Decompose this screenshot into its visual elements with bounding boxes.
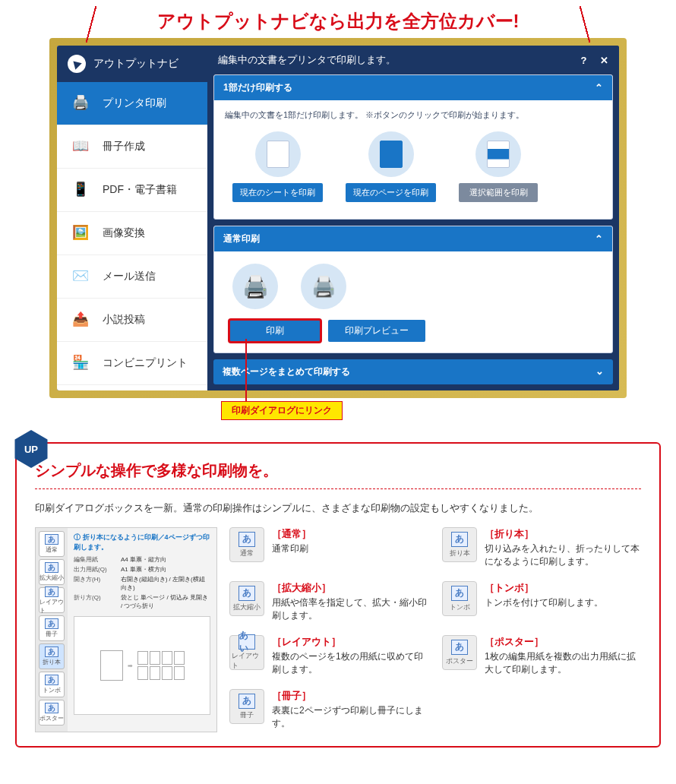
mail-icon: ✉️ — [69, 267, 92, 286]
sidebar-item-label: コンビニプリント — [103, 356, 188, 370]
sidebar-item-label: 冊子作成 — [103, 140, 145, 153]
callout-label: 印刷ダイアログにリンク — [221, 401, 343, 420]
feature-desc: 複数のページを1枚の用紙に収めて印刷します。 — [272, 650, 428, 676]
dialog-tab: あ折り本 — [39, 643, 65, 669]
sidebar-item-pdf[interactable]: 📱 PDF・電子書籍 — [57, 169, 207, 212]
feature-title: ［冊子］ — [272, 689, 428, 703]
print-button[interactable]: 印刷 — [229, 320, 321, 342]
feature-title: ［ポスター］ — [485, 635, 641, 649]
navi-window: アウトプットナビ 🖨️ プリンタ印刷 📖 冊子作成 📱 PDF・電子書籍 🖼️ … — [49, 38, 627, 398]
divider — [35, 488, 641, 489]
decorative-slash-right — [570, 6, 600, 43]
decorative-slash-left — [76, 6, 106, 43]
feature-icon: あトンボ — [442, 581, 477, 616]
dialog-header: 折り本になるように印刷／4ページずつ印刷します。 — [74, 533, 210, 551]
feature-title: ［拡大縮小］ — [272, 581, 428, 595]
info-title: シンプルな操作で多様な印刷物を。 — [35, 460, 641, 481]
sidebar-item-label: プリンタ印刷 — [103, 96, 166, 110]
feature-desc: 1枚の編集用紙を複数の出力用紙に拡大して印刷します。 — [485, 650, 641, 676]
feature-desc: 表裏に2ページずつ印刷し冊子にします。 — [272, 704, 428, 730]
info-desc: 印刷ダイアログボックスを一新。通常の印刷操作はシンプルに、さまざまな印刷物の設定… — [35, 501, 641, 515]
sidebar-item-label: PDF・電子書籍 — [103, 183, 177, 197]
print-selection[interactable]: 選択範囲を印刷 — [459, 131, 538, 202]
preview-thumb-icon — [301, 264, 346, 309]
dialog-tab: あ冊子 — [39, 615, 65, 641]
pdf-icon: 📱 — [69, 181, 92, 199]
sidebar-item-image[interactable]: 🖼️ 画像変換 — [57, 212, 207, 255]
sidebar-item-label: メール送信 — [103, 270, 156, 283]
dialog-tab: あポスター — [39, 700, 65, 726]
feature-icon: あ冊子 — [229, 689, 264, 724]
print-dialog-screenshot: あ通常あ拡大縮小あレイアウトあ冊子あ折り本あトンボあポスター ⓘ 折り本になるよ… — [35, 527, 217, 732]
sidebar-item-novel[interactable]: 📤 小説投稿 — [57, 299, 207, 342]
card-head[interactable]: 通常印刷 ⌃ — [214, 226, 612, 251]
print-selection-label: 選択範囲を印刷 — [459, 183, 538, 202]
help-icon[interactable]: ? — [580, 55, 586, 66]
sidebar-item-mail[interactable]: ✉️ メール送信 — [57, 255, 207, 299]
dialog-tab: あトンボ — [39, 672, 65, 697]
sidebar-title: アウトプットナビ — [93, 57, 178, 71]
page-icon — [368, 131, 414, 177]
print-current-page[interactable]: 現在のページを印刷 — [346, 131, 436, 202]
chevron-up-icon: ⌃ — [595, 233, 603, 245]
upload-icon: 📤 — [69, 311, 92, 329]
image-icon: 🖼️ — [69, 224, 92, 242]
feature-title: ［レイアウト］ — [272, 635, 428, 649]
sidebar: アウトプットナビ 🖨️ プリンタ印刷 📖 冊子作成 📱 PDF・電子書籍 🖼️ … — [57, 46, 207, 390]
print-current-page-label: 現在のページを印刷 — [346, 183, 436, 202]
close-icon[interactable]: ✕ — [600, 55, 608, 66]
card-desc: 編集中の文書を1部だけ印刷します。 ※ボタンのクリックで印刷が始まります。 — [225, 109, 602, 121]
info-box: UP シンプルな操作で多様な印刷物を。 印刷ダイアログボックスを一新。通常の印刷… — [15, 442, 661, 748]
card-print-one: 1部だけ印刷する ⌃ 編集中の文書を1部だけ印刷します。 ※ボタンのクリックで印… — [213, 74, 613, 220]
feature-icon: あ折り本 — [442, 527, 477, 562]
dialog-tab: あ通常 — [39, 531, 65, 557]
main-header-title: 編集中の文書をプリンタで印刷します。 — [218, 53, 396, 67]
feature-item: あ拡大縮小［拡大縮小］用紙や倍率を指定して、拡大・縮小印刷します。 — [229, 581, 428, 624]
compass-icon — [68, 55, 86, 73]
sidebar-item-booklet[interactable]: 📖 冊子作成 — [57, 125, 207, 169]
feature-desc: 切り込みを入れたり、折ったりして本になるように印刷します。 — [485, 542, 641, 568]
print-current-sheet[interactable]: 現在のシートを印刷 — [232, 131, 323, 202]
feature-desc: 用紙や倍率を指定して、拡大・縮小印刷します。 — [272, 596, 428, 622]
card-normal-print: 通常印刷 ⌃ 印刷 印刷プレビュー — [213, 226, 613, 353]
feature-desc: 通常印刷 — [272, 542, 311, 555]
feature-item: あトンボ［トンボ］トンボを付けて印刷します。 — [442, 581, 641, 624]
feature-desc: トンボを付けて印刷します。 — [485, 596, 603, 609]
chevron-up-icon: ⌃ — [595, 82, 603, 93]
feature-icon: あ拡大縮小 — [229, 581, 264, 616]
feature-title: ［折り本］ — [485, 527, 641, 541]
feature-item: あいレイアウト［レイアウト］複数のページを1枚の用紙に収めて印刷します。 — [229, 635, 428, 678]
feature-item: あポスター［ポスター］1枚の編集用紙を複数の出力用紙に拡大して印刷します。 — [442, 635, 641, 678]
print-current-sheet-label: 現在のシートを印刷 — [232, 183, 323, 202]
card-title: 通常印刷 — [223, 232, 260, 245]
card-title: 1部だけ印刷する — [223, 81, 292, 94]
printer-icon: 🖨️ — [69, 94, 92, 112]
callout-line — [245, 339, 247, 401]
selection-icon — [475, 131, 521, 177]
card-multipage-header[interactable]: 複数ページをまとめて印刷する ⌄ — [213, 359, 613, 384]
feature-icon: あ通常 — [229, 527, 264, 562]
sidebar-item-label: 小説投稿 — [103, 313, 145, 327]
sidebar-item-label: 画像変換 — [103, 226, 145, 240]
dialog-tab: あレイアウト — [39, 587, 65, 613]
feature-item: あ折り本［折り本］切り込みを入れたり、折ったりして本になるように印刷します。 — [442, 527, 641, 571]
feature-title: ［通常］ — [272, 527, 311, 541]
book-icon: 📖 — [69, 138, 92, 156]
sheet-icon — [255, 131, 301, 177]
print-preview-button[interactable]: 印刷プレビュー — [328, 320, 425, 342]
feature-title: ［トンボ］ — [485, 581, 603, 595]
feature-icon: あポスター — [442, 635, 477, 670]
feature-icon: あいレイアウト — [229, 635, 264, 670]
card-title: 複数ページをまとめて印刷する — [223, 365, 350, 378]
printer-thumb-icon — [232, 264, 278, 309]
sidebar-item-printer[interactable]: 🖨️ プリンタ印刷 — [57, 82, 207, 125]
store-icon: 🏪 — [69, 354, 92, 372]
card-head[interactable]: 1部だけ印刷する ⌃ — [214, 75, 612, 100]
sidebar-header: アウトプットナビ — [57, 46, 207, 82]
feature-item: あ通常［通常］通常印刷 — [229, 527, 428, 571]
feature-item: あ冊子［冊子］表裏に2ページずつ印刷し冊子にします。 — [229, 689, 428, 732]
sidebar-item-convenience[interactable]: 🏪 コンビニプリント — [57, 342, 207, 385]
chevron-down-icon: ⌄ — [595, 365, 604, 378]
headline: アウトプットナビなら出力を全方位カバー! — [157, 9, 520, 33]
dialog-tab: あ拡大縮小 — [39, 559, 65, 585]
